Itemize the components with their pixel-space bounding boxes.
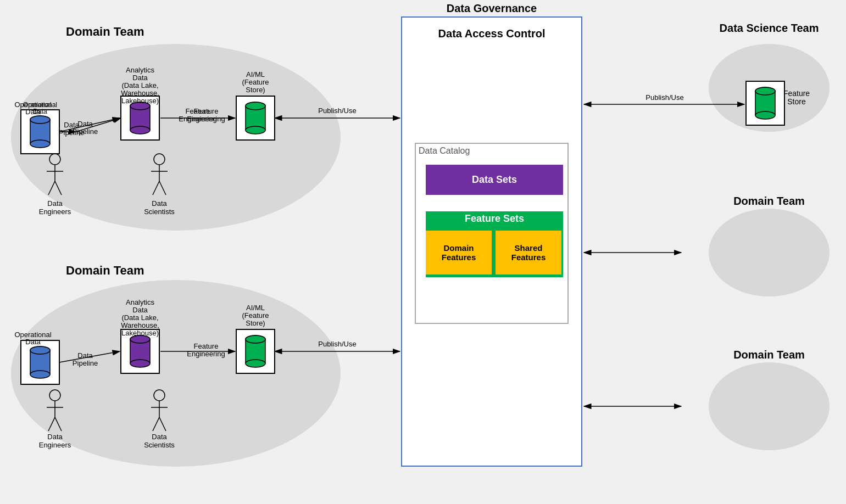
domain-team-bottom-title: Domain Team (66, 264, 144, 278)
catalog-label: Data Catalog (419, 146, 470, 156)
domain-features-box: DomainFeatures (426, 231, 492, 275)
domain-team-right-bottom-circle (709, 362, 830, 450)
domain-team-top-ellipse (11, 44, 341, 231)
featuresets-label: Feature Sets (426, 213, 563, 225)
domain-right-mid-title: Domain Team (709, 195, 830, 208)
diagram: Domain Team Domain Team Data Governance … (0, 0, 846, 504)
domain-team-top-title: Domain Team (66, 25, 144, 39)
domain-right-bottom-title: Domain Team (709, 349, 830, 361)
domain-features-label: DomainFeatures (442, 243, 476, 262)
datasets-box: Data Sets (426, 165, 563, 195)
shared-features-box: SharedFeatures (496, 231, 561, 275)
shared-features-label: SharedFeatures (511, 243, 546, 262)
ds-team-title: Data Science Team (709, 22, 830, 35)
gov-title: Data Governance (401, 2, 582, 15)
domain-team-right-mid-circle (709, 209, 830, 296)
dac-title: Data Access Control (404, 27, 580, 40)
datasets-label: Data Sets (472, 174, 517, 186)
svg-text:Engineers: Engineers (39, 208, 71, 216)
svg-text:Publish/Use: Publish/Use (645, 93, 683, 102)
data-science-team-circle (709, 44, 830, 132)
domain-team-bottom-ellipse (11, 280, 341, 467)
